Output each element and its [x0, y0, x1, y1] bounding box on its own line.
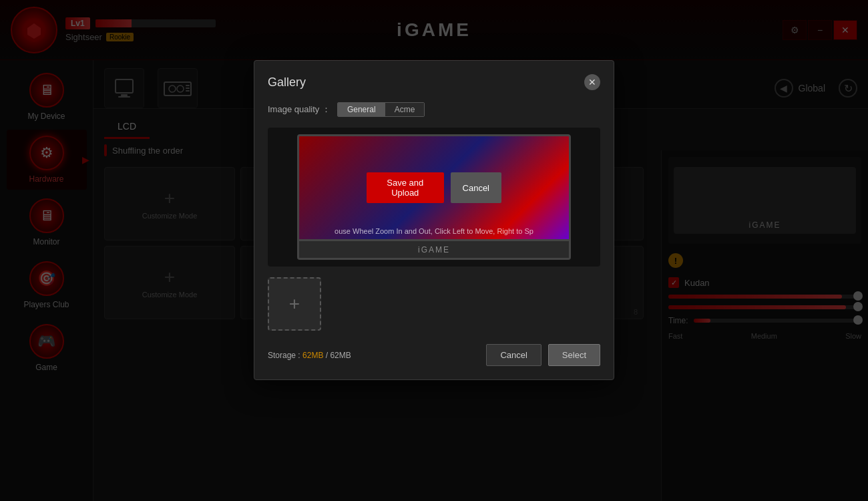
- quality-label: Image quality ：: [268, 104, 331, 116]
- quality-row: Image quality ： General Acme: [268, 102, 600, 117]
- monitor-hint: ouse Wheel Zoom In and Out, Click Left t…: [335, 227, 533, 235]
- cancel-preview-button[interactable]: Cancel: [451, 172, 501, 203]
- gallery-modal: Gallery ✕ Image quality ： General Acme S…: [254, 60, 614, 380]
- quality-tab-general[interactable]: General: [338, 103, 385, 116]
- save-upload-button[interactable]: Save and Upload: [367, 172, 444, 203]
- modal-overlay: Gallery ✕ Image quality ： General Acme S…: [0, 0, 868, 501]
- quality-tabs: General Acme: [337, 102, 425, 117]
- storage-info: Storage : 62MB / 62MB: [268, 351, 351, 360]
- modal-close-button[interactable]: ✕: [584, 74, 600, 90]
- monitor-overlay-buttons: Save and Upload Cancel: [367, 172, 501, 203]
- storage-used: 62MB: [302, 351, 323, 360]
- storage-label: Storage :: [268, 351, 300, 360]
- preview-monitor: Save and Upload Cancel ouse Wheel Zoom I…: [274, 134, 594, 260]
- modal-footer: Storage : 62MB / 62MB Cancel Select: [268, 344, 600, 366]
- monitor-stand-label: iGAME: [418, 245, 450, 255]
- modal-header: Gallery ✕: [268, 74, 600, 90]
- add-icon: +: [289, 293, 300, 315]
- monitor-stand: iGAME: [297, 241, 571, 260]
- modal-select-button[interactable]: Select: [548, 344, 600, 366]
- quality-tab-acme[interactable]: Acme: [385, 103, 425, 116]
- add-image-button[interactable]: +: [268, 277, 321, 331]
- image-preview-container: Save and Upload Cancel ouse Wheel Zoom I…: [268, 128, 600, 267]
- modal-title: Gallery: [268, 75, 306, 90]
- thumbnail-row: +: [268, 277, 600, 337]
- monitor-screen: Save and Upload Cancel ouse Wheel Zoom I…: [297, 134, 571, 241]
- storage-total: / 62MB: [326, 351, 351, 360]
- modal-cancel-button[interactable]: Cancel: [486, 344, 541, 366]
